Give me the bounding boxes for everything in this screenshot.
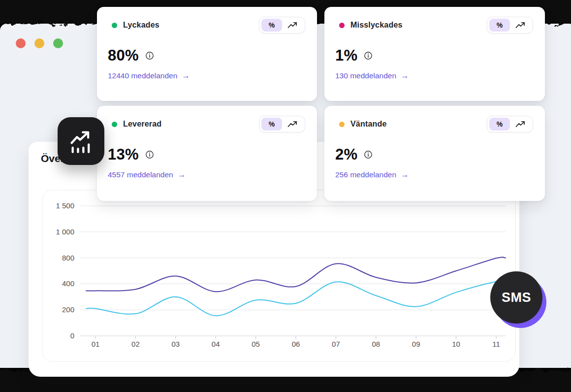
svg-text:09: 09	[412, 340, 420, 348]
status-dot	[339, 23, 345, 28]
info-icon[interactable]	[145, 150, 154, 159]
svg-text:400: 400	[62, 279, 74, 288]
info-icon[interactable]	[364, 150, 373, 159]
messages-link[interactable]: 4557 meddelanden →	[108, 170, 305, 179]
arrow-right-icon: →	[401, 170, 409, 179]
trend-up-icon	[287, 22, 297, 29]
status-dot	[339, 122, 345, 127]
svg-text:06: 06	[292, 340, 300, 348]
svg-text:01: 01	[92, 340, 100, 348]
line-chart: 02004008001 0001 50001020304050607080910…	[42, 189, 517, 365]
card-title: Levererad	[123, 120, 161, 129]
trend-toggle-button[interactable]	[510, 118, 531, 131]
messages-link-label: 256 meddelanden	[335, 170, 396, 179]
percent-toggle-button[interactable]: %	[489, 118, 510, 131]
card-value: 1%	[335, 47, 357, 65]
trend-toggle-button[interactable]	[510, 19, 531, 32]
stat-card-levererad: Levererad % 13% 4557 meddelanden	[97, 106, 317, 201]
trend-toggle-button[interactable]	[282, 118, 303, 131]
messages-link[interactable]: 12440 meddelanden →	[108, 71, 305, 80]
card-value: 13%	[108, 146, 139, 163]
window-zoom-button[interactable]	[53, 38, 63, 48]
arrow-right-icon: →	[178, 170, 186, 179]
view-toggle: %	[259, 17, 305, 33]
view-toggle: %	[487, 116, 533, 132]
svg-text:1 000: 1 000	[56, 228, 74, 236]
card-title: Misslyckades	[350, 21, 403, 30]
window-minimize-button[interactable]	[34, 38, 44, 48]
percent-toggle-button[interactable]: %	[261, 19, 282, 32]
svg-text:10: 10	[452, 340, 460, 348]
svg-text:0: 0	[70, 331, 74, 340]
view-toggle: %	[259, 116, 305, 132]
svg-text:02: 02	[131, 340, 140, 348]
messages-link-label: 4557 meddelanden	[108, 170, 173, 179]
percent-toggle-button[interactable]: %	[261, 118, 282, 131]
percent-toggle-button[interactable]: %	[489, 19, 510, 32]
sms-badge-label: SMS	[502, 290, 531, 305]
chart-trend-icon	[68, 129, 94, 154]
trend-up-icon	[515, 22, 525, 29]
window-close-button[interactable]	[16, 38, 26, 48]
messages-link-label: 12440 meddelanden	[108, 71, 177, 80]
messages-link[interactable]: 256 meddelanden →	[335, 170, 533, 179]
info-icon[interactable]	[145, 51, 154, 60]
messages-link[interactable]: 130 meddelanden →	[335, 71, 533, 80]
messages-link-label: 130 meddelanden	[335, 71, 396, 80]
svg-text:03: 03	[171, 340, 180, 348]
svg-text:200: 200	[62, 305, 74, 314]
stat-card-lyckades: Lyckades % 80% 12440 meddelanden	[97, 7, 317, 101]
svg-text:1 500: 1 500	[56, 201, 74, 210]
info-icon[interactable]	[364, 51, 373, 60]
status-dot	[112, 122, 117, 127]
card-value: 2%	[335, 146, 357, 163]
svg-text:800: 800	[62, 254, 74, 262]
arrow-right-icon: →	[182, 71, 190, 80]
view-toggle: %	[487, 17, 533, 33]
arrow-right-icon: →	[401, 71, 409, 80]
card-title: Väntande	[350, 120, 387, 129]
svg-text:07: 07	[332, 340, 340, 348]
trend-toggle-button[interactable]	[282, 19, 303, 32]
svg-text:11: 11	[492, 340, 500, 348]
sms-badge: SMS	[490, 271, 542, 324]
trend-chart-badge	[58, 117, 104, 165]
status-dot	[112, 23, 117, 28]
stat-card-misslyckades: Misslyckades % 1% 130 meddelanden	[324, 7, 545, 101]
trend-up-icon	[515, 121, 525, 128]
line-chart-svg: 02004008001 0001 50001020304050607080910…	[42, 189, 517, 363]
svg-text:05: 05	[252, 340, 260, 348]
card-title: Lyckades	[123, 21, 159, 30]
svg-text:04: 04	[212, 340, 220, 348]
stat-card-vantande: Väntande % 2% 256 meddelanden	[324, 106, 545, 201]
trend-up-icon	[287, 121, 297, 128]
screenshot-canvas: Översikt 02004008001 0001 50001020304050…	[0, 0, 571, 392]
svg-text:08: 08	[372, 340, 380, 348]
card-value: 80%	[108, 47, 139, 65]
